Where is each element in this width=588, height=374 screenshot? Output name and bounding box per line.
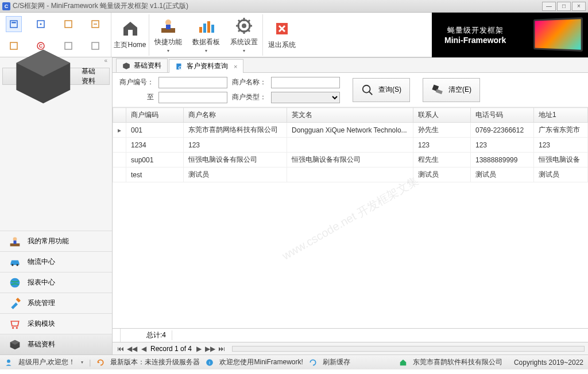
qa-btn-8[interactable]: [87, 38, 103, 54]
gear-icon: [235, 17, 253, 35]
totals-row: 总计:4: [113, 328, 588, 342]
nav-record-text: Record 1 of 4: [150, 345, 192, 353]
search-doc-icon: [175, 63, 183, 71]
svg-rect-4: [65, 21, 72, 28]
user-desk-icon: [9, 236, 21, 247]
sidebar-item-purchase[interactable]: 采购模块: [0, 313, 112, 334]
search-panel: 商户编号： 商户名称： 至 商户类型： 查询(S) 清空(E): [113, 73, 588, 107]
nav-scrollbar[interactable]: [232, 346, 585, 352]
sidebar-top-item[interactable]: 基础资料: [2, 68, 110, 85]
data-grid[interactable]: 商户编码 商户名称 英文名 联系人 电话号码 地址1 ▸001东莞市喜鹊网络科技…: [113, 107, 588, 328]
status-welcome: 欢迎您使用MiniFramework!: [219, 357, 303, 367]
nav-last[interactable]: ⏭: [217, 344, 226, 353]
input-merchant-code-to[interactable]: [158, 92, 227, 103]
status-bar: 超级用户,欢迎您！ ▾ | 最新版本：未连接升级服务器 i 欢迎您使用MiniF…: [0, 354, 588, 369]
tab-customer-query[interactable]: 客户资料查询 ×: [169, 59, 243, 73]
search-icon: [361, 84, 374, 96]
svg-rect-14: [166, 25, 171, 29]
minimize-button[interactable]: —: [542, 2, 556, 11]
svg-rect-16: [203, 24, 206, 33]
tools-icon: [9, 298, 21, 309]
input-merchant-name[interactable]: [271, 77, 340, 88]
label-merchant-code: 商户编号：: [119, 77, 154, 87]
status-copyright: Copyrights 2019~2022: [514, 359, 583, 367]
svg-point-27: [10, 278, 20, 287]
cube-icon: [9, 339, 21, 350]
sidebar-item-fav[interactable]: 我的常用功能: [0, 231, 112, 251]
ribbon-dashboard[interactable]: 数据看板 ▾: [187, 14, 225, 56]
nav-prev-page[interactable]: ◀◀: [127, 344, 137, 353]
sidebar-item-reports[interactable]: 报表中心: [0, 272, 112, 293]
tab-base-data[interactable]: 基础资料: [116, 59, 168, 72]
table-row[interactable]: test测试员测试员测试员测试员: [113, 167, 588, 182]
svg-rect-0: [10, 21, 17, 28]
svg-point-25: [11, 264, 13, 266]
svg-point-28: [12, 327, 14, 329]
svg-point-13: [165, 20, 171, 25]
reload-icon: [309, 359, 317, 367]
input-merchant-code-from[interactable]: [158, 77, 227, 88]
ribbon-quick[interactable]: 快捷功能 ▾: [149, 14, 187, 56]
select-merchant-type[interactable]: [271, 92, 340, 103]
table-row[interactable]: sup001恒强电脑设备有限公司恒强电脑设备有限公司程先生13888889999…: [113, 153, 588, 167]
svg-rect-18: [211, 25, 214, 33]
sidebar: « 基础资料 我的常用功能 物流中心 报表中心 系统管理 采购模块 基础资料: [0, 57, 113, 354]
watermark: www.cscode.net 开发框架文集: [279, 172, 421, 263]
status-company: 东莞市喜鹊软件科技有限公司: [413, 357, 502, 367]
table-row[interactable]: 1234123123123123: [113, 138, 588, 153]
svg-point-35: [7, 359, 10, 363]
svg-point-29: [16, 327, 18, 329]
nav-next[interactable]: ▶: [194, 344, 203, 353]
window-title: C/S框架网 - MiniFramework 蝇量级开发框架 v1.1(正式版): [13, 1, 542, 11]
ribbon-home[interactable]: 主页Home: [111, 14, 149, 56]
nav-prev[interactable]: ◀: [139, 344, 148, 353]
grid-header-row: 商户编码 商户名称 英文名 联系人 电话号码 地址1: [113, 108, 588, 123]
record-navigator: ⏮ ◀◀ ◀ Record 1 of 4 ▶ ▶▶ ⏭: [113, 342, 588, 354]
tab-close-icon[interactable]: ×: [234, 63, 237, 70]
nav-next-page[interactable]: ▶▶: [206, 344, 215, 353]
main-area: 基础资料 客户资料查询 × 商户编号： 商户名称： 至 商户类型： 查询(: [113, 57, 588, 354]
ribbon-exit[interactable]: 退出系统: [263, 14, 301, 56]
user-icon: [5, 359, 13, 367]
svg-rect-11: [128, 30, 133, 36]
ribbon: C 主页Home 快捷功能 ▾ 数据看板 ▾ 系统设置 ▾ 退出系统: [0, 13, 588, 57]
clear-button[interactable]: 清空(E): [423, 78, 480, 102]
svg-point-26: [17, 264, 18, 266]
sidebar-item-sysadmin[interactable]: 系统管理: [0, 293, 112, 313]
qa-btn-4[interactable]: [87, 16, 103, 32]
query-button[interactable]: 查询(S): [353, 78, 410, 102]
car-icon: [9, 256, 21, 268]
svg-rect-17: [207, 21, 210, 33]
close-button[interactable]: ×: [572, 2, 586, 11]
qa-btn-3[interactable]: [60, 16, 76, 32]
qa-btn-2[interactable]: [33, 16, 49, 32]
refresh-icon: [96, 359, 105, 367]
svg-rect-15: [199, 27, 202, 33]
sidebar-item-logistics[interactable]: 物流中心: [0, 251, 112, 272]
ribbon-settings[interactable]: 系统设置 ▾: [225, 14, 263, 56]
info-icon: i: [206, 359, 214, 367]
brand-banner: 蝇量级开发框架 Mini-Framework: [432, 13, 588, 57]
tab-strip: 基础资料 客户资料查询 ×: [113, 58, 588, 73]
svg-rect-10: [92, 42, 99, 49]
svg-point-32: [363, 85, 370, 92]
app-icon: C: [2, 2, 10, 10]
title-bar: C C/S框架网 - MiniFramework 蝇量级开发框架 v1.1(正式…: [0, 0, 588, 13]
maximize-button[interactable]: □: [557, 2, 571, 11]
chart-icon: [197, 17, 215, 35]
nav-first[interactable]: ⏮: [116, 344, 125, 353]
table-row[interactable]: ▸001东莞市喜鹊网络科技有限公司Dongguan XiQue Network …: [113, 123, 588, 138]
svg-point-3: [40, 24, 42, 25]
status-refresh[interactable]: 刷新缓存: [323, 357, 350, 367]
label-merchant-name: 商户名称：: [232, 77, 266, 87]
exit-icon: [273, 20, 291, 38]
status-user: 超级用户,欢迎您！: [18, 357, 75, 367]
cube-icon: [122, 62, 130, 70]
label-merchant-type: 商户类型：: [232, 92, 266, 102]
label-to: 至: [119, 92, 154, 102]
svg-rect-1: [11, 22, 16, 23]
qa-btn-1[interactable]: [6, 16, 22, 32]
sidebar-item-basedata[interactable]: 基础资料: [0, 334, 112, 354]
eraser-icon: [431, 84, 444, 96]
home-small-icon: [399, 359, 407, 367]
